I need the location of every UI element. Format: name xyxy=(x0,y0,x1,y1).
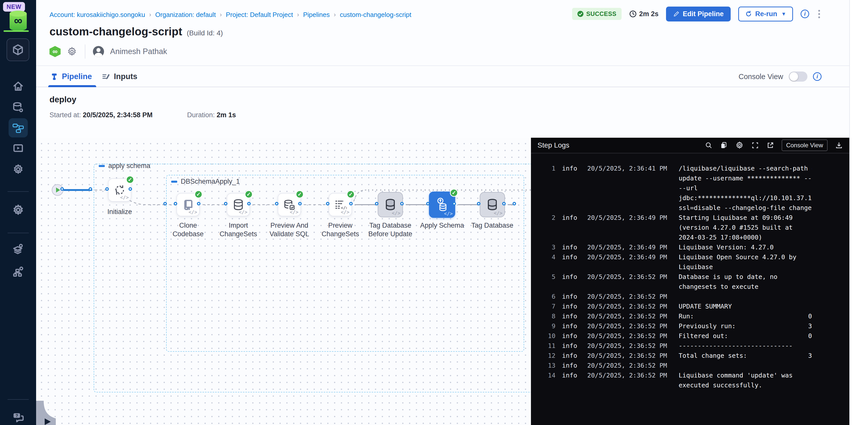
apply-schema-icon xyxy=(434,197,450,213)
connector-port[interactable] xyxy=(197,202,200,205)
connector-port[interactable] xyxy=(105,187,109,191)
step-node-import-changesets[interactable]: ✓ </> xyxy=(227,193,250,216)
info-icon[interactable]: i xyxy=(801,9,809,18)
more-options-button[interactable] xyxy=(817,8,822,20)
connector-port[interactable] xyxy=(60,187,64,191)
database-icon xyxy=(486,198,499,211)
sidebar-divider xyxy=(7,233,29,233)
connector-port[interactable] xyxy=(247,202,251,205)
inputs-tab-icon xyxy=(102,72,110,81)
connector-port[interactable] xyxy=(174,202,177,205)
connector-port[interactable] xyxy=(513,202,516,205)
author-name: Animesh Pathak xyxy=(110,47,167,56)
page-title-row: custom-changelog-script (Build Id: 4) xyxy=(50,25,223,38)
hierarchy-gear-icon xyxy=(12,266,24,278)
log-copy-button[interactable] xyxy=(720,142,727,149)
console-view-toggle[interactable] xyxy=(789,72,807,82)
module-selector[interactable] xyxy=(6,38,29,61)
code-glyph: </> xyxy=(494,210,502,216)
tab-pipeline[interactable]: Pipeline xyxy=(50,66,92,87)
collapse-icon[interactable] xyxy=(171,181,177,183)
connector-port[interactable] xyxy=(502,202,506,205)
connector-port[interactable] xyxy=(400,202,404,205)
log-open-external-button[interactable] xyxy=(767,142,774,149)
step-node-clone-codebase[interactable]: ✓ </> xyxy=(177,193,200,216)
connector-port[interactable] xyxy=(275,202,278,205)
connector-port[interactable] xyxy=(298,202,302,205)
stage-duration: Duration: 2m 1s xyxy=(187,111,236,119)
connector-port[interactable] xyxy=(163,202,167,205)
info-icon[interactable]: i xyxy=(813,72,822,81)
group-label-dbschemaapply[interactable]: DBSchemaApply_1 xyxy=(171,178,240,186)
connector-port[interactable] xyxy=(375,202,378,205)
pipeline-canvas[interactable]: apply schema DBSchemaApply_1 ✓ </> Initi… xyxy=(36,138,567,425)
log-output[interactable]: 1info20/5/2025, 2:36:41 PM /liquibase/li… xyxy=(531,153,849,390)
success-check-icon: ✓ xyxy=(347,190,355,198)
step-logs-title: Step Logs xyxy=(537,141,569,149)
breadcrumb-organization[interactable]: Organization: default xyxy=(155,11,216,19)
gear-icon xyxy=(12,204,25,216)
sidebar-item-executions[interactable] xyxy=(0,143,36,154)
sidebar-item-databases[interactable] xyxy=(0,102,36,113)
sidebar-item-environments[interactable] xyxy=(0,243,36,255)
step-node-tag-database[interactable]: </> xyxy=(480,192,505,217)
help-button[interactable]: ? xyxy=(0,412,36,424)
connector-port[interactable] xyxy=(128,187,132,191)
sidebar-item-home[interactable] xyxy=(0,81,36,92)
breadcrumb-pipelines[interactable]: Pipelines xyxy=(303,11,330,19)
connector-port[interactable] xyxy=(224,202,227,205)
stage-name: deploy xyxy=(50,95,76,104)
console-view-button[interactable]: Console View xyxy=(782,140,828,151)
node-label-tag-database-before-update: Tag DatabaseBefore Update xyxy=(363,221,418,238)
log-download-button[interactable] xyxy=(835,142,843,149)
copy-icon xyxy=(720,142,727,149)
connector-port[interactable] xyxy=(349,202,353,205)
sidebar-item-settings[interactable] xyxy=(0,204,36,216)
step-node-initialize[interactable]: ✓ </> xyxy=(108,178,131,202)
rerun-button[interactable]: Re-run ▼ xyxy=(738,6,793,22)
breadcrumb-project[interactable]: Project: Default Project xyxy=(226,11,293,19)
log-search-button[interactable] xyxy=(705,142,712,149)
step-node-preview-validate-sql[interactable]: ✓ </> xyxy=(278,193,301,216)
breadcrumb-current[interactable]: custom-changelog-script xyxy=(340,11,411,19)
code-glyph: </> xyxy=(290,209,299,215)
breadcrumb-separator: › xyxy=(334,11,336,18)
sidebar-item-infrastructure[interactable] xyxy=(0,266,36,278)
connector-port[interactable] xyxy=(89,187,92,191)
connector-port[interactable] xyxy=(477,202,480,205)
group-label-apply-schema[interactable]: apply schema xyxy=(99,162,151,170)
page-scroll-gutter[interactable] xyxy=(849,0,868,425)
log-settings-button[interactable] xyxy=(735,141,744,149)
collapse-icon[interactable] xyxy=(99,165,105,167)
build-id: (Build Id: 4) xyxy=(187,29,223,37)
step-node-tag-database-before-update[interactable]: </> xyxy=(378,192,403,217)
tabs-bar: Pipeline Inputs Console View i xyxy=(36,65,849,87)
log-line: 1info20/5/2025, 2:36:41 PM /liquibase/li… xyxy=(545,164,849,213)
svg-text:?: ? xyxy=(16,414,18,418)
connector-port[interactable] xyxy=(453,202,456,205)
tab-inputs[interactable]: Inputs xyxy=(102,66,137,87)
log-fullscreen-button[interactable] xyxy=(751,142,759,149)
expand-panel-handle[interactable] xyxy=(36,401,56,425)
step-node-preview-changesets[interactable]: </> ✓ </> xyxy=(329,193,352,216)
header-actions: SUCCESS 2m 2s Edit Pipeline xyxy=(572,5,822,22)
edit-pipeline-button[interactable]: Edit Pipeline xyxy=(666,6,731,22)
code-glyph: </> xyxy=(239,209,247,215)
connector-port[interactable] xyxy=(426,202,430,205)
harness-dbops-logo-icon[interactable]: ∞ xyxy=(6,10,30,31)
connector-port[interactable] xyxy=(326,202,330,205)
pipeline-settings-gear-icon[interactable] xyxy=(67,46,77,57)
code-glyph: </> xyxy=(189,209,197,215)
code-glyph: </> xyxy=(392,210,400,216)
success-check-icon: ✓ xyxy=(296,190,304,198)
node-label-apply-schema: Apply Schema xyxy=(414,221,470,230)
success-check-icon: ✓ xyxy=(126,176,134,184)
cube-icon xyxy=(12,44,24,56)
clock-icon xyxy=(629,10,637,18)
sidebar: NEW ∞ xyxy=(0,0,36,425)
sidebar-item-pipelines-active[interactable] xyxy=(8,118,28,138)
step-node-apply-schema-selected[interactable]: ✓ </> xyxy=(429,192,455,218)
sidebar-item-project-settings[interactable] xyxy=(0,164,36,175)
log-line: 12info20/5/2025, 2:36:52 PM Total change… xyxy=(545,351,849,361)
breadcrumb-account[interactable]: Account: kurosakiichigo.songoku xyxy=(50,11,145,19)
